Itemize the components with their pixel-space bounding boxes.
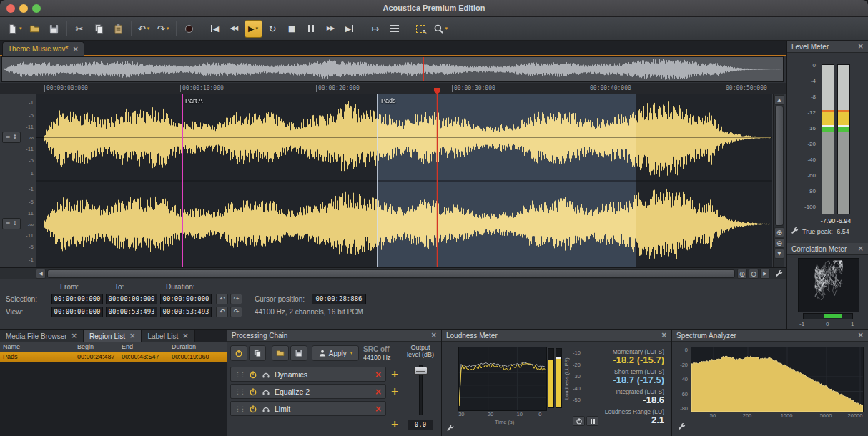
wrench-icon[interactable] bbox=[775, 269, 784, 278]
close-icon[interactable]: × bbox=[858, 43, 864, 50]
close-icon[interactable]: × bbox=[431, 332, 437, 339]
scroll-left-button[interactable]: ◀ bbox=[36, 269, 46, 279]
selection-duration-field[interactable]: 00:00:00:000 bbox=[160, 294, 212, 304]
power-icon[interactable] bbox=[249, 387, 257, 396]
selection-redo-button[interactable]: ↷ bbox=[230, 294, 242, 304]
column-name[interactable]: Name bbox=[3, 343, 20, 350]
copy-button[interactable] bbox=[90, 20, 108, 38]
loudness-power-button[interactable] bbox=[573, 416, 585, 426]
document-tab[interactable]: Theme Music.wav* × bbox=[2, 41, 84, 56]
chain-open-button[interactable] bbox=[272, 345, 289, 361]
marker-label-part-a[interactable]: Part A bbox=[185, 97, 203, 104]
fast-forward-button[interactable]: ▶▶ bbox=[322, 20, 340, 38]
open-file-button[interactable] bbox=[26, 20, 44, 38]
timeline-ruler[interactable]: 00:00:00:00000:00:10:00000:00:20:00000:0… bbox=[0, 83, 786, 94]
redo-button[interactable]: ↷▾ bbox=[154, 20, 172, 38]
waveform-overview[interactable] bbox=[1, 56, 784, 82]
add-effect-button[interactable]: + bbox=[389, 385, 400, 397]
selection-undo-button[interactable]: ↶ bbox=[216, 294, 228, 304]
close-icon[interactable]: × bbox=[71, 332, 77, 340]
selection-to-field[interactable]: 00:00:00:000 bbox=[106, 294, 157, 304]
power-icon[interactable] bbox=[249, 405, 257, 413]
remove-effect-icon[interactable]: × bbox=[375, 370, 382, 380]
loudness-pause-button[interactable] bbox=[586, 416, 598, 426]
tab-region-list[interactable]: Region List× bbox=[84, 330, 142, 342]
scroll-down-button[interactable]: ▼ bbox=[774, 249, 784, 259]
selection-tool-button[interactable]: ↖ bbox=[412, 20, 430, 38]
apply-button[interactable]: Apply▾ bbox=[312, 345, 359, 361]
go-to-start-button[interactable]: ◀ bbox=[206, 20, 224, 38]
chain-save-button[interactable] bbox=[290, 345, 307, 361]
tab-label-list[interactable]: Label List× bbox=[142, 330, 194, 342]
scroll-up-button[interactable]: ▲ bbox=[774, 95, 784, 105]
cursor-position-field[interactable]: 00:00:28:886 bbox=[312, 294, 366, 304]
column-begin[interactable]: Begin bbox=[77, 343, 94, 350]
close-icon[interactable]: × bbox=[661, 332, 667, 339]
zoom-in-button[interactable]: ⊕ bbox=[737, 269, 747, 279]
chain-copy-button[interactable] bbox=[249, 345, 266, 361]
headphones-icon[interactable] bbox=[262, 387, 270, 396]
region-list-body[interactable] bbox=[0, 352, 227, 436]
column-end[interactable]: End bbox=[122, 343, 133, 350]
add-effect-button[interactable]: + bbox=[389, 368, 400, 380]
region-row-pads[interactable]: Pads 00:00:24:487 00:00:43:547 00:00:19:… bbox=[0, 352, 227, 362]
zoom-tool-button[interactable]: ▾ bbox=[431, 20, 450, 38]
region-label-pads[interactable]: Pads bbox=[381, 97, 396, 104]
wrench-icon[interactable] bbox=[678, 422, 686, 431]
view-to-field[interactable]: 00:00:53:493 bbox=[106, 307, 157, 317]
effect-row-equalize-2[interactable]: ⋮⋮ Equalize 2 × bbox=[230, 384, 386, 399]
stop-button[interactable]: ■ bbox=[283, 20, 301, 38]
zoom-out-button[interactable]: ⊖ bbox=[749, 269, 759, 279]
close-icon[interactable]: × bbox=[182, 332, 188, 340]
scroll-right-button[interactable]: ▶ bbox=[760, 269, 770, 279]
scrub-tool-button[interactable]: ↦ bbox=[367, 20, 385, 38]
headphones-icon[interactable] bbox=[262, 405, 270, 413]
vertical-scrollbar[interactable]: ▲ ⊕ ⊖ ▼ bbox=[773, 94, 784, 267]
region-list-header[interactable]: Name Begin End Duration bbox=[0, 342, 227, 352]
view-undo-button[interactable]: ↶ bbox=[216, 307, 228, 317]
horizontal-scroll-thumb[interactable] bbox=[47, 269, 735, 278]
close-icon[interactable]: × bbox=[129, 332, 135, 340]
play-button[interactable]: ▶▾ bbox=[245, 20, 262, 38]
event-list-button[interactable] bbox=[386, 20, 404, 38]
close-icon[interactable]: × bbox=[858, 332, 864, 339]
headphones-icon[interactable] bbox=[262, 370, 270, 379]
power-icon[interactable] bbox=[249, 370, 257, 379]
remove-effect-icon[interactable]: × bbox=[375, 404, 382, 414]
output-fader-thumb[interactable] bbox=[414, 367, 428, 375]
undo-button[interactable]: ↶▾ bbox=[135, 20, 153, 38]
effect-row-dynamics[interactable]: ⋮⋮ Dynamics × bbox=[230, 367, 386, 382]
drag-handle-icon[interactable]: ⋮⋮ bbox=[235, 388, 245, 395]
paste-button[interactable] bbox=[109, 20, 127, 38]
selection-from-field[interactable]: 00:00:00:000 bbox=[51, 294, 103, 304]
pause-button[interactable] bbox=[302, 20, 320, 38]
channel-1-controls[interactable]: ≡↕ bbox=[2, 132, 21, 143]
channel-2-controls[interactable]: ≡↕ bbox=[2, 218, 21, 229]
wrench-icon[interactable] bbox=[446, 424, 455, 432]
waveform-canvas[interactable] bbox=[36, 94, 772, 267]
output-level-field[interactable]: 0.0 bbox=[408, 420, 433, 430]
view-from-field[interactable]: 00:00:00:000 bbox=[51, 307, 103, 317]
cut-button[interactable]: ✂ bbox=[71, 20, 89, 38]
close-icon[interactable]: × bbox=[858, 245, 864, 252]
remove-effect-icon[interactable]: × bbox=[375, 387, 382, 397]
view-redo-button[interactable]: ↷ bbox=[230, 307, 242, 317]
new-file-button[interactable]: ▾ bbox=[5, 20, 24, 38]
horizontal-scrollbar[interactable]: ◀ ⊕ ⊖ ▶ bbox=[0, 267, 786, 279]
vertical-zoom-out-button[interactable]: ⊖ bbox=[774, 238, 784, 248]
record-button[interactable] bbox=[180, 20, 198, 38]
vertical-scroll-thumb[interactable] bbox=[775, 106, 784, 226]
column-duration[interactable]: Duration bbox=[172, 343, 196, 350]
effect-row-limit[interactable]: ⋮⋮ Limit × bbox=[230, 401, 386, 416]
wrench-icon[interactable] bbox=[791, 227, 799, 235]
tab-media-file-browser[interactable]: Media File Browser× bbox=[0, 330, 84, 342]
chain-power-button[interactable] bbox=[230, 345, 247, 361]
vertical-zoom-in-button[interactable]: ⊕ bbox=[774, 227, 784, 237]
go-to-end-button[interactable]: ▶ bbox=[341, 20, 359, 38]
drag-handle-icon[interactable]: ⋮⋮ bbox=[235, 405, 245, 412]
view-duration-field[interactable]: 00:00:53:493 bbox=[160, 307, 212, 317]
save-file-button[interactable] bbox=[45, 20, 63, 38]
add-effect-button[interactable]: + bbox=[389, 418, 400, 430]
loop-playback-button[interactable]: ↻ bbox=[264, 20, 282, 38]
overview-canvas[interactable] bbox=[2, 57, 783, 81]
